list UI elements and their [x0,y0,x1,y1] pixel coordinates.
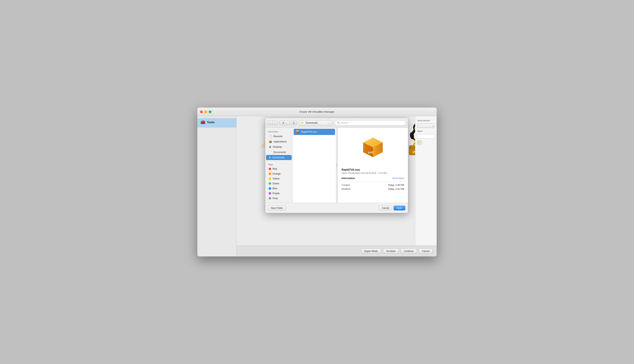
green-label: Green [273,182,279,185]
ova-file-icon: 📦 [295,130,300,134]
sidebar-item-documents[interactable]: 📄 Documents [266,150,292,155]
svg-text:ovf: ovf [368,150,373,154]
forward-icon: › [275,121,276,124]
main-area: VM cloud service ⌄ Open 📁 [237,116,437,256]
search-placeholder: Search [341,122,348,124]
favorites-label: Favorites [265,130,293,134]
resize-dot-1 [336,164,337,164]
dialog-overlay: ‹ › ⊞ ⌄ ⎘ [237,116,437,246]
applications-icon: 📦 [269,140,272,143]
gray-label: Gray [273,197,278,200]
resize-dot-3 [336,166,337,167]
close-button[interactable] [200,110,203,113]
dialog-sidebar: Favorites 🕐 Recents 📦 Applications [265,128,293,203]
info-title: Information [341,177,355,180]
tags-label: Tags [265,162,293,166]
folder-button[interactable]: ⎘ [291,121,297,125]
back-button[interactable]: ‹ [268,121,273,125]
downloads-icon: ⬇ [269,156,271,159]
sidebar-item-blue[interactable]: Blue [266,186,292,191]
nav-button-group: ‹ › [268,121,278,125]
tools-label: Tools [207,120,215,124]
modified-value: Today, 2:41 PM [388,188,404,190]
bottom-bar: Expert Mode Go Back Continue Cancel [237,246,437,256]
search-box[interactable]: 🔍 Search [335,120,406,126]
recents-icon: 🕐 [269,135,272,138]
orange-label: Orange [273,172,281,175]
documents-label: Documents [274,151,286,154]
purple-label: Purple [273,192,280,195]
file-item-rapid7va[interactable]: 📦 Rapid7VA.ova [294,129,335,135]
traffic-lights [200,110,212,113]
continue-button[interactable]: Continue [401,248,417,254]
file-item-name: Rapid7VA.ova [301,130,317,133]
sidebar-item-red[interactable]: Red [266,166,292,171]
modified-label: Modified [341,188,350,190]
expert-mode-button[interactable]: Expert Mode [361,248,381,254]
documents-icon: 📄 [269,151,272,154]
bg-content: VM cloud service ⌄ Open 📁 [237,116,437,246]
sidebar-item-yellow[interactable]: Yellow [266,176,292,181]
red-dot [269,168,271,170]
app-sidebar: 🧰 Tools [197,116,237,256]
yellow-dot [269,178,271,180]
blue-label: Blue [273,187,277,190]
search-icon: 🔍 [337,122,340,124]
sidebar-item-downloads[interactable]: ⬇ Downloads [266,155,292,160]
file-list[interactable]: 📦 Rapid7VA.ova [293,128,336,203]
blue-dot [269,187,271,190]
ovf-cube-icon: ovf [361,136,385,161]
main-window: Oracle VM VirtualBox Manager 🧰 Tools [197,108,437,256]
sidebar-item-green[interactable]: Green [266,181,292,186]
new-folder-button[interactable]: New Folder [268,206,286,210]
modified-row: Modified Today, 2:41 PM [341,188,404,190]
location-chevron-icon: ⌃⌄ [327,122,331,124]
minimize-button[interactable] [204,110,207,113]
window-title: Oracle VM VirtualBox Manager [300,110,335,113]
sidebar-item-recents[interactable]: 🕐 Recents [266,134,292,139]
sidebar-item-desktop[interactable]: 🖥 Desktop [266,144,292,150]
location-label: Downloads [306,122,318,124]
folder-icon: ⎘ [293,121,295,124]
preview-panel: ovf Rapid7VA.ova Open Virtualization For… [337,128,408,203]
purple-dot [269,192,271,194]
show-more-link[interactable]: Show More [392,177,404,180]
yellow-label: Yellow [273,177,280,180]
dialog-footer: New Folder Cancel Open [265,203,408,213]
sidebar-item-purple[interactable]: Purple [266,191,292,196]
view-icon: ⊞ [283,122,284,124]
tools-section[interactable]: 🧰 Tools [197,118,236,128]
sidebar-item-applications[interactable]: 📦 Applications [266,139,292,144]
info-divider [341,182,404,182]
resize-handle[interactable] [336,128,337,203]
view-toggle-button[interactable]: ⊞ ⌄ [279,121,290,125]
dialog-cancel-button[interactable]: Cancel [379,206,392,210]
location-folder-icon: 📁 [301,121,304,124]
created-value: Today, 2:38 PM [388,184,404,186]
green-dot [269,182,271,185]
recents-label: Recents [274,135,283,138]
downloads-label: Downloads [273,156,285,159]
sidebar-item-orange[interactable]: Orange [266,172,292,176]
preview-filename: Rapid7VA.ova [341,168,404,171]
app-content: 🧰 Tools [197,116,437,256]
preview-info-header: Information Show More [341,177,404,180]
maximize-button[interactable] [209,110,212,113]
red-label: Red [273,168,277,170]
applications-label: Applications [274,140,287,143]
orange-dot [269,172,271,175]
back-icon: ‹ [270,121,271,124]
location-button[interactable]: 📁 Downloads ⌃⌄ [299,120,332,126]
dialog-action-buttons: Cancel Open [379,206,405,210]
desktop-icon: 🖥 [269,145,272,148]
dialog-open-button[interactable]: Open [394,206,405,210]
title-bar: Oracle VM VirtualBox Manager [197,108,437,116]
preview-icon-area: ovf [341,132,404,165]
dialog-toolbar: ‹ › ⊞ ⌄ ⎘ [265,118,408,128]
desktop-label: Desktop [273,146,282,148]
forward-button[interactable]: › [273,121,278,125]
go-back-button[interactable]: Go Back [383,248,399,254]
sidebar-item-gray[interactable]: Gray [266,196,292,200]
cancel-button[interactable]: Cancel [419,248,433,254]
resize-dot-2 [336,165,337,166]
